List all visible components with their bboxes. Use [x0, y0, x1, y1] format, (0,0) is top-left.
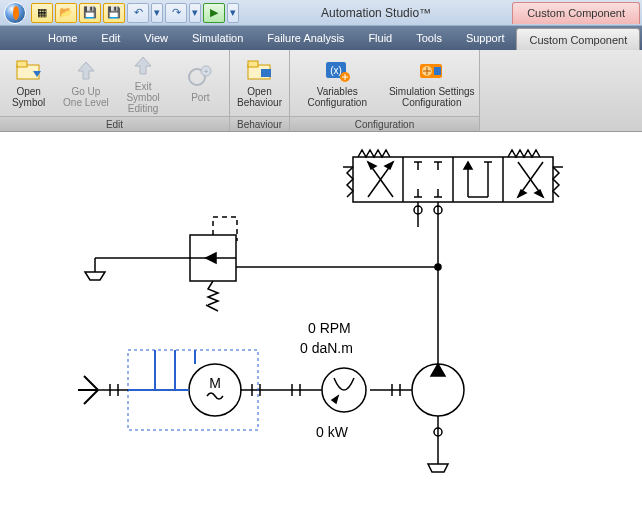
svg-text:(x): (x) — [330, 65, 342, 76]
ribbon-group-configuration: (x) Variables Configuration Simulation S… — [290, 50, 480, 131]
tab-home[interactable]: Home — [36, 26, 89, 50]
context-tab-label: Custom Component — [512, 2, 640, 24]
qat-open-icon[interactable]: 📂 — [55, 3, 77, 23]
reading-power: 0 kW — [316, 424, 348, 440]
qat-customize-icon[interactable]: ▾ — [189, 3, 201, 23]
ribbon-group-edit: Open Symbol Go Up One Level Exit Symbol … — [0, 50, 230, 131]
tab-failure-analysis[interactable]: Failure Analysis — [255, 26, 356, 50]
menubar: Home Edit View Simulation Failure Analys… — [0, 26, 642, 50]
go-up-button: Go Up One Level — [57, 50, 114, 116]
arrow-up-icon — [72, 58, 100, 84]
tab-view[interactable]: View — [132, 26, 180, 50]
qat-save-icon[interactable]: 💾 — [79, 3, 101, 23]
svg-text:M: M — [209, 375, 221, 391]
port-button: + Port — [172, 50, 229, 116]
app-icon[interactable] — [4, 2, 26, 24]
tab-fluid[interactable]: Fluid — [356, 26, 404, 50]
arrow-up-exit-icon — [129, 53, 157, 79]
open-behaviour-button[interactable]: Open Behaviour — [230, 50, 289, 116]
svg-rect-7 — [261, 69, 271, 77]
ribbon-group-behaviour: Open Behaviour Behaviour — [230, 50, 290, 131]
sim-settings-config-button[interactable]: Simulation Settings Configuration — [385, 50, 480, 116]
tab-simulation[interactable]: Simulation — [180, 26, 255, 50]
svg-rect-1 — [17, 61, 27, 67]
group-label-behaviour: Behaviour — [230, 116, 289, 131]
titlebar: ▦ 📂 💾 💾 ↶ ▾ ↷ ▾ ▶ ▾ Automation Studio™ C… — [0, 0, 642, 26]
exit-symbol-button: Exit Symbol Editing — [115, 50, 172, 116]
tab-support[interactable]: Support — [454, 26, 517, 50]
electric-motor-symbol: M — [189, 364, 241, 416]
qat-new-icon[interactable]: ▦ — [31, 3, 53, 23]
variables-config-button[interactable]: (x) Variables Configuration — [290, 50, 385, 116]
app-title: Automation Studio™ — [240, 6, 512, 20]
open-behaviour-icon — [246, 58, 274, 84]
svg-text:+: + — [204, 67, 209, 76]
schematic-canvas[interactable]: M 0 RPM 0 daN.m 0 kW — [0, 132, 642, 527]
tab-custom-component[interactable]: Custom Component — [516, 28, 640, 50]
port-icon: + — [186, 64, 214, 90]
tab-edit[interactable]: Edit — [89, 26, 132, 50]
open-symbol-icon — [15, 58, 43, 84]
qat-undo-dropdown-icon[interactable]: ▾ — [151, 3, 163, 23]
reading-torque: 0 daN.m — [300, 340, 353, 356]
open-symbol-button[interactable]: Open Symbol — [0, 50, 57, 116]
variables-icon: (x) — [323, 58, 351, 84]
ribbon: Open Symbol Go Up One Level Exit Symbol … — [0, 50, 642, 132]
qat-saveas-icon[interactable]: 💾 — [103, 3, 125, 23]
directional-valve-symbol — [343, 150, 563, 202]
sim-settings-icon — [418, 58, 446, 84]
group-label-edit: Edit — [0, 116, 229, 131]
qat-redo-icon[interactable]: ↷ — [165, 3, 187, 23]
qat-play-dropdown-icon[interactable]: ▾ — [227, 3, 239, 23]
svg-rect-6 — [248, 61, 258, 67]
reading-rpm: 0 RPM — [308, 320, 351, 336]
svg-rect-13 — [434, 67, 441, 75]
pump-symbol — [412, 364, 464, 416]
qat-play-icon[interactable]: ▶ — [203, 3, 225, 23]
relief-valve-symbol — [190, 217, 237, 311]
qat-undo-icon[interactable]: ↶ — [127, 3, 149, 23]
sensor-symbol — [322, 368, 366, 412]
tab-tools[interactable]: Tools — [404, 26, 454, 50]
group-label-configuration: Configuration — [290, 116, 479, 131]
